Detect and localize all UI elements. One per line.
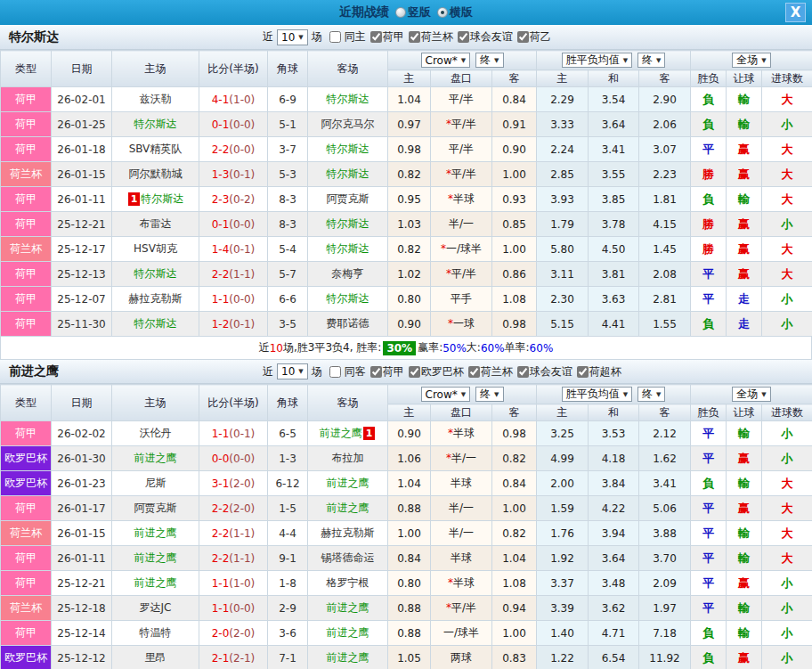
league-checkbox[interactable] [517,31,529,43]
home-team: 特尔斯达 [112,262,199,287]
result-goals: 小 [762,287,812,312]
avg-home: 2.85 [537,162,589,187]
league-label: 荷超杯 [589,364,621,379]
league-checkbox[interactable] [458,31,469,43]
corner-score: 6-12 [268,471,308,496]
away-team: 特尔斯达 [308,287,388,312]
match-date: 26-01-18 [52,137,112,162]
fulltime-score: 0-1 [212,118,230,131]
league-checkbox[interactable] [370,366,382,378]
league-checkbox[interactable] [409,31,420,43]
live-handicap-marker: * [448,576,453,589]
league-filter[interactable]: 荷兰杯 [464,364,513,379]
league-filter[interactable]: 欧罗巴杯 [404,364,464,379]
match-date: 26-01-23 [52,471,112,496]
odds-away: 0.86 [492,262,537,287]
avg-away: 2.08 [639,262,691,287]
avg-draw: 6.54 [589,646,639,669]
odds-away: 0.91 [492,112,537,137]
same-venue-checkbox[interactable] [329,31,341,43]
league-badge: 荷兰杯 [1,521,52,546]
team-text: 特尔斯达 [327,143,369,155]
league-filter[interactable]: 球会友谊 [453,29,513,45]
bookmaker-select[interactable]: Crow*▼ [421,53,471,68]
match-score: 0-0(0-0) [199,446,268,471]
result-handicap: 赢 [727,237,762,262]
result-wdl: 平 [691,421,727,446]
odds-away: 1.00 [492,162,537,187]
odds-away: 0.93 [492,187,537,212]
corner-score: 9-1 [268,546,308,571]
corner-score: 6-9 [268,87,308,112]
league-badge: 荷兰杯 [1,237,52,262]
avg-away: 1.62 [639,446,691,471]
col-avg-home: 主 [537,70,589,87]
avg-odds-select[interactable]: 胜平负均值▼ [562,387,632,402]
league-filter[interactable]: 荷兰杯 [404,29,453,45]
away-team: 特尔斯达 [308,87,388,112]
live-handicap-marker: * [446,452,451,464]
corner-score: 1-5 [268,496,308,521]
same-venue-checkbox[interactable] [329,366,341,378]
full-match-select[interactable]: 全场▼ [732,387,770,402]
final-odds-select[interactable]: 终▼ [475,53,503,68]
match-date: 26-01-25 [52,112,112,137]
table-row: 荷甲25-11-30特尔斯达1-2(0-1)3-5费耶诺德0.90*一球0.98… [1,312,812,337]
team-text: 特尔斯达 [327,242,369,255]
match-table-body: 荷甲26-02-01兹沃勒4-1(1-0)6-9特尔斯达1.04平/半0.842… [1,87,812,337]
handicap: *半球 [431,421,492,446]
bookmaker-select[interactable]: Crow*▼ [421,387,471,402]
summary-segment: 10 [270,342,283,355]
league-checkbox[interactable] [517,366,529,378]
handicap: 半/一 [431,521,492,546]
away-team: 阿贾克斯 [308,187,388,212]
odds-away: 1.04 [492,546,537,571]
league-filter[interactable]: 球会友谊 [513,364,572,379]
avg-home: 2.24 [537,137,589,162]
result-goals: 大 [762,162,812,187]
league-checkbox[interactable] [409,366,420,378]
recent-count-select[interactable]: 10▼ [277,29,308,45]
avg-away: 3.88 [639,521,691,546]
halftime-score: (0-1) [229,168,255,181]
result-handicap: 赢 [727,162,762,187]
league-filter[interactable]: 荷甲 [366,364,404,379]
league-badge: 荷甲 [1,621,52,646]
corner-score: 6-5 [268,421,308,446]
league-checkbox[interactable] [577,366,589,378]
final-odds-select[interactable]: 终▼ [475,387,503,402]
full-match-select[interactable]: 全场▼ [732,53,770,68]
odds-home: 1.05 [388,646,431,669]
avg-away: 3.70 [639,546,691,571]
close-icon[interactable]: X [785,3,806,22]
final-odds-select[interactable]: 终▼ [637,53,665,68]
league-filter[interactable]: 荷甲 [366,29,404,45]
league-checkbox[interactable] [468,366,480,378]
horizontal-layout-radio[interactable] [437,7,448,18]
table-row: 欧罗巴杯26-01-23尼斯3-1(2-0)6-12前进之鹰1.04半球0.84… [1,471,812,496]
recent-count-select[interactable]: 10▼ [277,363,308,379]
live-handicap-marker: * [446,601,451,614]
col-date: 日期 [52,385,112,421]
recent-label: 近 [263,364,273,379]
avg-home: 3.33 [537,112,589,137]
match-score: 1-1(0-0) [199,596,268,621]
result-handicap: 赢 [727,262,762,287]
handicap: 半球 [431,471,492,496]
league-checkbox[interactable] [370,31,382,43]
final-odds-select[interactable]: 终▼ [637,387,665,402]
same-venue-filter[interactable]: 同客 [322,364,366,379]
avg-odds-select[interactable]: 胜平负均值▼ [562,53,632,68]
result-handicap: 赢 [727,446,762,471]
chevron-down-icon: ▼ [761,57,766,64]
vertical-layout-radio[interactable] [395,7,406,18]
horizontal-layout-label: 横版 [450,4,473,20]
odds-away: 0.84 [492,87,537,112]
league-filter[interactable]: 荷超杯 [572,364,621,379]
same-venue-filter[interactable]: 同主 [322,29,366,45]
handicap: 半球 [431,546,492,571]
fulltime-score: 2-2 [212,552,230,565]
match-date: 26-02-02 [52,421,112,446]
league-filter[interactable]: 荷乙 [513,29,551,45]
avg-draw: 4.71 [589,621,639,646]
